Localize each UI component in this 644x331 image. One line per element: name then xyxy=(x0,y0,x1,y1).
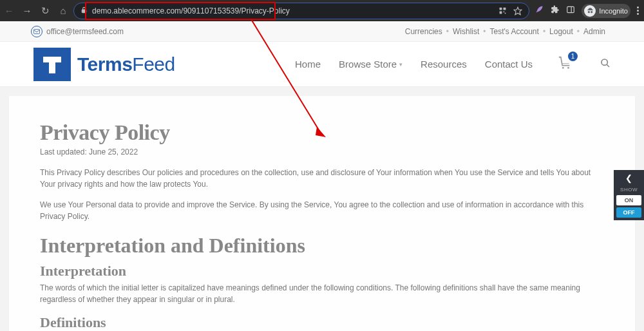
link-account[interactable]: Test's Account xyxy=(490,27,539,36)
link-logout[interactable]: Logout xyxy=(549,27,573,36)
cart-button[interactable]: 1 xyxy=(557,55,573,73)
svg-rect-5 xyxy=(505,13,506,14)
email-icon xyxy=(31,26,43,37)
link-currencies[interactable]: Currencies xyxy=(405,27,442,36)
nav-browse[interactable]: Browse Store ▾ xyxy=(339,59,402,70)
back-button[interactable]: ← xyxy=(4,5,14,16)
separator: • xyxy=(543,27,545,36)
heading-interpretation: Interpretation xyxy=(40,263,604,279)
nav-browse-label: Browse Store xyxy=(339,59,397,70)
para-intro-2: We use Your Personal data to provide and… xyxy=(40,199,604,222)
chevron-down-icon: ▾ xyxy=(399,61,402,68)
browser-chrome: ← → ↻ ⌂ demo.ablecommerce.com/9091107153… xyxy=(0,0,644,21)
incognito-icon xyxy=(584,5,596,17)
incognito-badge[interactable]: Incognito xyxy=(582,4,630,18)
svg-point-12 xyxy=(562,66,564,68)
nav-button-group: ← → ↻ ⌂ xyxy=(4,5,68,17)
incognito-label: Incognito xyxy=(599,7,628,15)
svg-rect-7 xyxy=(567,6,574,12)
feather-icon[interactable] xyxy=(535,5,544,17)
svg-point-14 xyxy=(601,59,607,65)
header: TermsFeed Home Browse Store ▾ Resources … xyxy=(0,42,644,87)
lock-icon xyxy=(80,6,88,15)
account-links: Currencies • Wishlist • Test's Account •… xyxy=(405,27,605,36)
nav: Home Browse Store ▾ Resources Contact Us… xyxy=(295,55,611,73)
svg-rect-2 xyxy=(504,8,506,10)
para-intro-1: This Privacy Policy describes Our polici… xyxy=(40,167,604,190)
logo[interactable]: TermsFeed xyxy=(33,48,175,81)
svg-point-13 xyxy=(567,66,569,68)
forward-button[interactable]: → xyxy=(22,5,32,16)
panel-icon[interactable] xyxy=(566,5,575,17)
content-card: Privacy Policy Last updated: June 25, 20… xyxy=(9,96,635,331)
search-icon[interactable] xyxy=(600,58,611,70)
menu-icon[interactable] xyxy=(637,6,639,15)
toggle-off[interactable]: OFF xyxy=(616,207,641,218)
address-bar[interactable]: demo.ablecommerce.com/9091107153539/Priv… xyxy=(73,3,529,19)
separator: • xyxy=(577,27,580,36)
svg-line-15 xyxy=(607,64,609,67)
qr-icon[interactable] xyxy=(498,6,507,15)
home-button[interactable]: ⌂ xyxy=(58,5,68,16)
svg-rect-4 xyxy=(504,12,505,13)
url-text: demo.ablecommerce.com/9091107153539/Priv… xyxy=(92,6,489,15)
nav-contact[interactable]: Contact Us xyxy=(485,59,533,70)
address-right-icons xyxy=(498,6,522,15)
separator: • xyxy=(483,27,486,36)
svg-rect-3 xyxy=(500,12,502,14)
chrome-right-icons: Incognito xyxy=(535,4,640,18)
side-panel: ❮ SHOW ON OFF xyxy=(614,170,644,220)
logo-text: TermsFeed xyxy=(77,53,175,75)
logo-mark xyxy=(33,48,71,81)
top-strip: office@termsfeed.com Currencies • Wishli… xyxy=(0,21,644,42)
content-wrap: Privacy Policy Last updated: June 25, 20… xyxy=(0,87,644,331)
svg-rect-9 xyxy=(33,29,39,33)
email-text: office@termsfeed.com xyxy=(46,27,124,36)
reload-button[interactable]: ↻ xyxy=(40,5,50,17)
cart-badge: 1 xyxy=(568,52,578,61)
side-show-label: SHOW xyxy=(614,185,644,195)
nav-resources[interactable]: Resources xyxy=(421,59,467,70)
page-title: Privacy Policy xyxy=(40,120,604,145)
svg-marker-6 xyxy=(515,7,522,15)
svg-rect-11 xyxy=(49,57,55,73)
nav-home[interactable]: Home xyxy=(295,59,321,70)
email-wrap[interactable]: office@termsfeed.com xyxy=(31,26,124,37)
para-interpretation: The words of which the initial letter is… xyxy=(40,282,604,305)
heading-interpretation-definitions: Interpretation and Definitions xyxy=(40,234,604,258)
updated-text: Last updated: June 25, 2022 xyxy=(40,147,604,156)
heading-definitions: Definitions xyxy=(40,314,604,331)
link-admin[interactable]: Admin xyxy=(583,27,605,36)
svg-rect-0 xyxy=(82,10,86,13)
toggle-on[interactable]: ON xyxy=(616,195,641,205)
svg-rect-1 xyxy=(500,8,502,10)
chevron-left-icon[interactable]: ❮ xyxy=(614,170,644,185)
star-icon[interactable] xyxy=(513,6,522,15)
extensions-icon[interactable] xyxy=(551,5,560,17)
link-wishlist[interactable]: Wishlist xyxy=(453,27,479,36)
separator: • xyxy=(446,27,449,36)
